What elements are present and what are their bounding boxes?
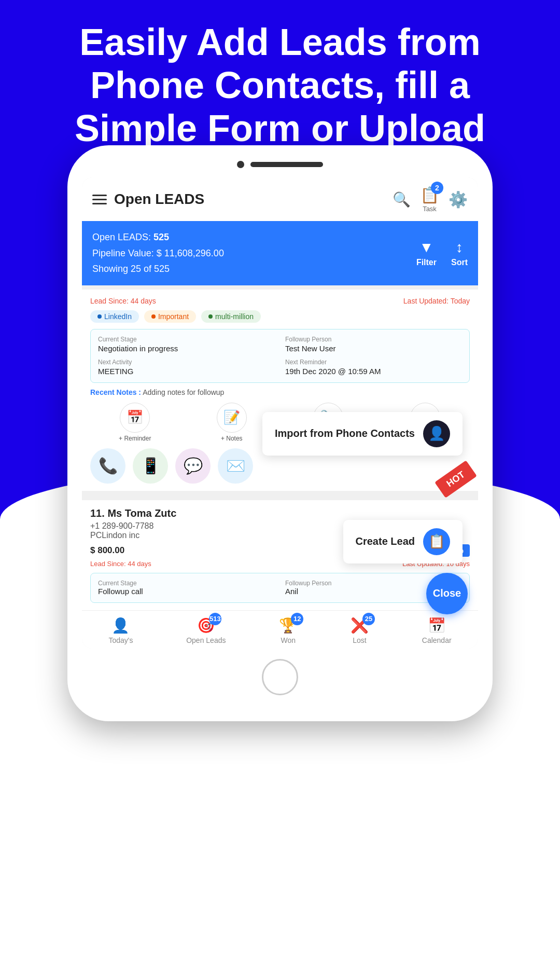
pipeline-stat: Pipeline Value: $ 11,608,296.00 (92, 245, 224, 262)
close-button[interactable]: Close (426, 573, 468, 614)
won-icon: 🏆 12 (279, 617, 297, 634)
notes-icon: 📝 (217, 403, 247, 433)
filter-icon: ▼ (419, 239, 434, 256)
lead-info-grid-2: Current Stage Followup call Followup Per… (90, 573, 470, 603)
stats-bar: Open LEADS: 525 Pipeline Value: $ 11,608… (82, 221, 478, 285)
section-separator (82, 495, 478, 500)
lead-name-2: 11. Ms Toma Zutc (90, 507, 470, 519)
lead-value-2: $ 800.00 (90, 545, 124, 556)
tag-dot-important (151, 314, 156, 319)
phone-notch (82, 161, 478, 168)
nav-todays[interactable]: 👤 Today's (108, 617, 133, 644)
phone-body: Open LEADS 🔍 📋 2 Task ⚙️ Open LEADS: 52 (67, 145, 493, 721)
video-call-button[interactable]: 📱 (133, 448, 168, 484)
calendar-icon: 📅 (428, 617, 446, 634)
create-lead-tooltip[interactable]: Create Lead 📋 (343, 520, 463, 563)
next-reminder-cell: Next Reminder 19th Dec 2020 @ 10:59 AM (285, 359, 462, 376)
phone-home-button[interactable] (262, 659, 298, 695)
task-badge: 2 (431, 182, 443, 194)
lead-card-1: Lead Since: 44 days Last Updated: Today … (82, 290, 478, 491)
app-title: Open LEADS (114, 191, 204, 208)
notch-dot (237, 161, 244, 168)
stats-actions: ▼ Filter ↕ Sort (416, 239, 468, 267)
recent-notes: Recent Notes : Adding notes for followup (90, 388, 470, 396)
lead-meta: Lead Since: 44 days Last Updated: Today (90, 297, 470, 305)
next-activity-cell: Next Activity MEETING (98, 359, 275, 376)
task-label: Task (420, 205, 439, 213)
bottom-nav: 👤 Today's 🎯 513 Open Leads 🏆 12 Won (82, 610, 478, 649)
phone-device: Open LEADS 🔍 📋 2 Task ⚙️ Open LEADS: 52 (67, 145, 493, 721)
sort-button[interactable]: ↕ Sort (451, 239, 468, 267)
lost-icon: ❌ 25 (351, 617, 369, 634)
import-tooltip[interactable]: Import from Phone Contacts 👤 (262, 412, 463, 456)
lead-card-2: Create Lead 📋 Close 11. Ms Toma Zutc +1 … (82, 500, 478, 610)
current-stage-cell: Current Stage Negotiation in progress (98, 336, 275, 353)
last-updated-1: Last Updated: Today (403, 297, 470, 305)
topbar-right: 🔍 📋 2 Task ⚙️ (393, 186, 468, 213)
reminder-icon: 📅 (120, 403, 150, 433)
search-icon[interactable]: 🔍 (393, 191, 411, 208)
nav-open-leads[interactable]: 🎯 513 Open Leads (186, 617, 226, 644)
todays-icon: 👤 (111, 617, 130, 634)
open-leads-stat: Open LEADS: 525 (92, 229, 224, 245)
tag-important: Important (144, 310, 196, 323)
tag-dot-multi (208, 314, 213, 319)
stats-info: Open LEADS: 525 Pipeline Value: $ 11,608… (92, 229, 224, 277)
notch-bar (250, 162, 323, 167)
lead-info-grid: Current Stage Negotiation in progress Fo… (90, 329, 470, 383)
nav-won[interactable]: 🏆 12 Won (279, 617, 297, 644)
email-button[interactable]: ✉️ (218, 448, 253, 484)
lead-since-2: Lead Since: 44 days (90, 560, 151, 568)
current-stage-cell-2: Current Stage Followup call (98, 580, 275, 596)
reminder-button[interactable]: 📅 + Reminder (90, 403, 180, 442)
followup-person-cell: Followup Person Test New User (285, 336, 462, 353)
lead-since-1: Lead Since: 44 days (90, 297, 156, 305)
sort-icon: ↕ (456, 239, 463, 256)
topbar-left: Open LEADS (92, 191, 204, 208)
nav-calendar[interactable]: 📅 Calendar (422, 617, 452, 644)
lead-tags: LinkedIn Important multi-million (90, 310, 470, 323)
open-leads-icon: 🎯 513 (197, 617, 215, 634)
create-lead-icon: 📋 (423, 528, 450, 555)
app-topbar: Open LEADS 🔍 📋 2 Task ⚙️ (82, 177, 478, 221)
import-contact-icon: 👤 (423, 420, 450, 447)
nav-lost[interactable]: ❌ 25 Lost (351, 617, 369, 644)
message-button[interactable]: 💬 (175, 448, 211, 484)
phone-call-button[interactable]: 📞 (90, 448, 125, 484)
tag-dot-linkedin (97, 314, 102, 319)
tag-linkedin: LinkedIn (90, 310, 139, 323)
tag-multi: multi-million (201, 310, 261, 323)
app-screen: Open LEADS 🔍 📋 2 Task ⚙️ Open LEADS: 52 (82, 177, 478, 649)
hot-badge: HOT (435, 460, 477, 498)
settings-icon[interactable]: ⚙️ (449, 190, 468, 209)
showing-stat: Showing 25 of 525 (92, 261, 224, 277)
filter-button[interactable]: ▼ Filter (416, 239, 437, 267)
hamburger-menu-icon[interactable] (92, 195, 107, 204)
task-icon-wrap[interactable]: 📋 2 Task (420, 186, 439, 213)
